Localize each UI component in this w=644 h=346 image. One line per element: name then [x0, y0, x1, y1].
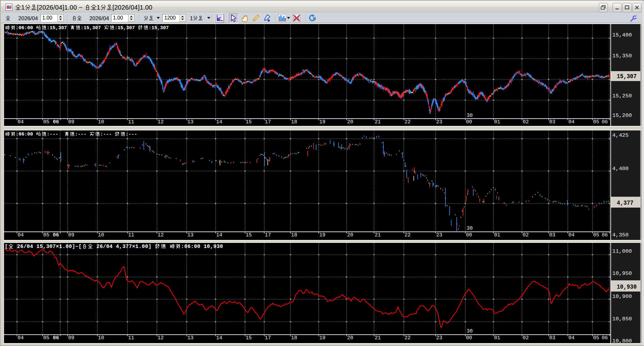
- svg-text:12: 12: [158, 335, 164, 341]
- svg-text:19: 19: [319, 335, 325, 341]
- svg-text:15: 15: [246, 335, 252, 341]
- svg-text:06: 06: [53, 335, 59, 341]
- svg-text:05: 05: [593, 335, 599, 341]
- svg-text:13: 13: [187, 335, 193, 341]
- svg-text:06: 06: [602, 335, 608, 341]
- svg-text:10,950: 10,950: [612, 270, 632, 276]
- svg-text:30: 30: [467, 328, 473, 334]
- svg-text:04: 04: [568, 335, 575, 341]
- svg-text:00: 00: [466, 335, 472, 341]
- svg-text:03: 03: [549, 335, 555, 341]
- svg-text:21: 21: [375, 335, 381, 341]
- svg-text:23: 23: [436, 335, 442, 341]
- svg-text:05: 05: [43, 335, 49, 341]
- svg-text:10,930: 10,930: [617, 283, 637, 291]
- svg-text:22: 22: [404, 335, 411, 341]
- svg-text:18: 18: [291, 335, 297, 341]
- svg-text:14: 14: [216, 335, 222, 341]
- svg-text:10,850: 10,850: [612, 316, 632, 322]
- svg-text:10,900: 10,900: [612, 293, 632, 300]
- svg-text:11: 11: [128, 335, 134, 341]
- svg-text:10,800: 10,800: [612, 338, 632, 344]
- svg-text:10: 10: [98, 335, 104, 341]
- svg-text:09: 09: [68, 335, 74, 341]
- svg-text:01: 01: [494, 335, 500, 341]
- svg-text:04: 04: [18, 335, 24, 341]
- svg-text:17: 17: [265, 335, 271, 341]
- svg-text:20: 20: [347, 335, 353, 341]
- svg-text:02: 02: [523, 335, 529, 341]
- svg-text:11,000: 11,000: [612, 248, 632, 254]
